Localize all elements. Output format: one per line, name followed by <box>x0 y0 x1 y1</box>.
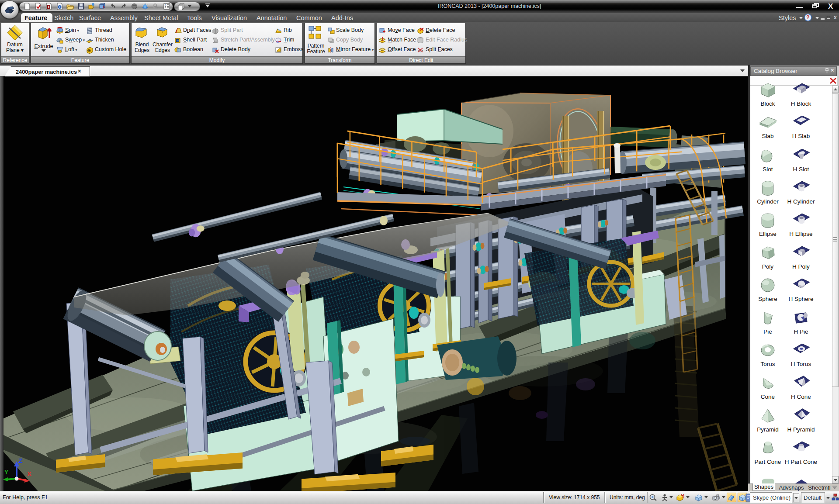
svg-text:X: X <box>27 470 31 477</box>
svg-text:Z: Z <box>18 457 22 464</box>
svg-text:?: ? <box>806 14 809 21</box>
svg-text:Y: Y <box>4 469 9 476</box>
